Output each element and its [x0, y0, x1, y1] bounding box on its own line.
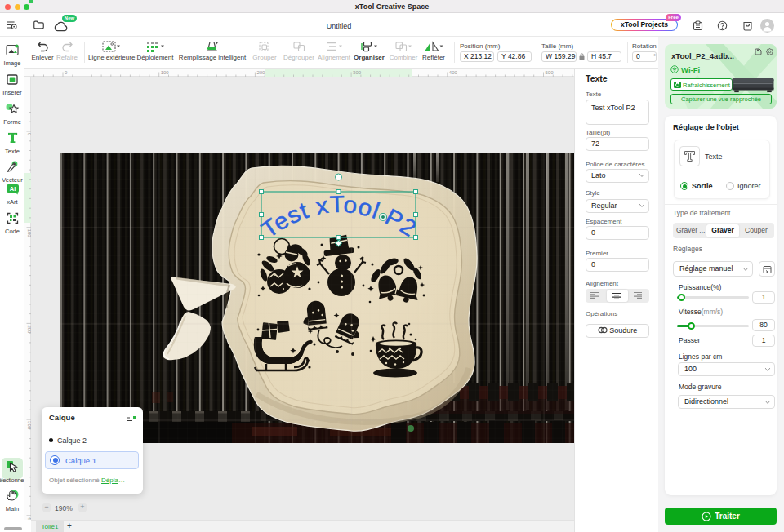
svg-text:100: 100 [161, 70, 170, 75]
svg-text:400: 400 [449, 70, 458, 75]
svg-text:300: 300 [353, 70, 362, 75]
svg-text:500: 500 [546, 70, 555, 75]
svg-text:AI: AI [9, 185, 16, 193]
svg-text:0: 0 [65, 70, 68, 75]
svg-text:200: 200 [256, 70, 265, 75]
